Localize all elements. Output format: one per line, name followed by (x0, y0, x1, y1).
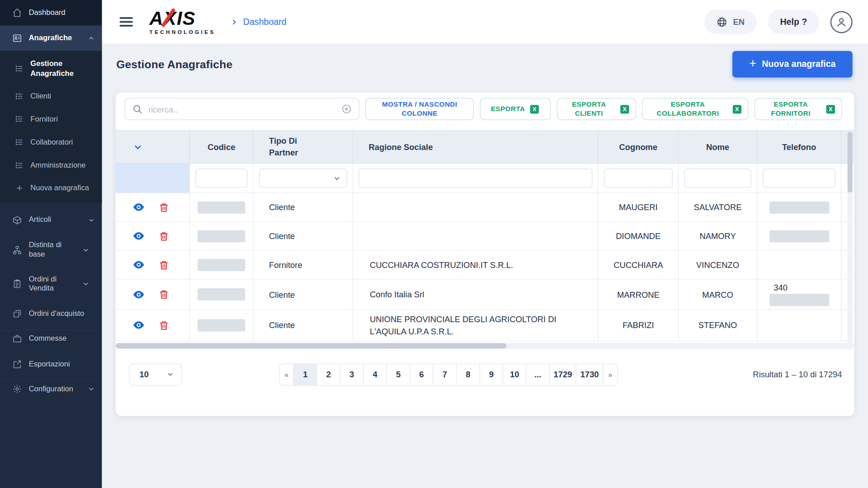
pager-page-button[interactable]: 1729 (549, 363, 576, 385)
sidebar-item-ordini-di-vendita[interactable]: Ordini di Vendita (0, 267, 102, 301)
filter-telefono-input[interactable] (763, 169, 835, 188)
sidebar-item-configuration[interactable]: Configuration (0, 380, 102, 402)
language-selector[interactable]: EN (704, 9, 757, 34)
sidebar-item-dashboard[interactable]: Dashboard (0, 0, 102, 25)
view-row-button[interactable] (132, 201, 145, 213)
excel-icon: X (619, 104, 630, 114)
sidebar-item-ordini-dacquisto[interactable]: Ordini d'acquisto (0, 301, 102, 327)
column-header-cognome[interactable]: Cognome (599, 131, 679, 164)
delete-row-button[interactable] (158, 259, 169, 270)
search-input[interactable] (148, 104, 335, 114)
chevron-up-icon (87, 34, 95, 42)
pager-page-button[interactable]: 10 (503, 363, 527, 385)
pager-next-button[interactable]: » (603, 363, 618, 385)
toggle-columns-button[interactable]: MOSTRA / NASCONDI COLONNE (365, 98, 474, 120)
redacted-telefono (769, 294, 829, 306)
filter-codice-input[interactable] (195, 169, 247, 188)
chevron-down-icon[interactable] (132, 141, 143, 152)
sidebar-item-gestione-anagrafiche[interactable]: Gestione Anagrafiche (0, 52, 102, 84)
filter-cognome-input[interactable] (604, 169, 673, 188)
column-header-telefono[interactable]: Telefono (757, 131, 841, 164)
new-anagrafica-button[interactable]: + Nuova anagrafica (732, 51, 853, 78)
export-collaboratori-button[interactable]: ESPORTA COLLABORATORI X (642, 98, 748, 120)
filter-ragione-input[interactable] (359, 169, 592, 188)
pager-prev-button[interactable]: « (279, 363, 294, 385)
sidebar-item-collaboratori[interactable]: Collaboratori (0, 131, 102, 154)
filter-cell-actions (116, 164, 190, 193)
user-avatar[interactable] (830, 11, 853, 33)
delete-row-button[interactable] (158, 202, 169, 212)
delete-row-button[interactable] (158, 289, 169, 300)
pager-page-button[interactable]: 4 (363, 363, 387, 385)
cell-nome: SALVATORE (679, 193, 757, 222)
pager-page-button[interactable]: 5 (387, 363, 410, 385)
table-toolbar: MOSTRA / NASCONDI COLONNE ESPORTA X ESPO… (116, 92, 854, 125)
sidebar-item-fornitori[interactable]: Fornitori (0, 108, 102, 131)
vertical-scrollbar-thumb[interactable] (848, 131, 853, 192)
cell-tipo-di-partner: Cliente (254, 310, 353, 341)
sidebar-item-esportazioni[interactable]: Esportazioni (0, 352, 102, 377)
excel-icon: X (529, 104, 540, 114)
view-row-button[interactable] (132, 230, 145, 242)
logo-subtext: TECHNOLOGIES (150, 29, 216, 35)
sidebar-item-anagrafiche[interactable]: Anagrafiche (0, 25, 102, 51)
search-icon (132, 103, 142, 114)
cell-ragione-sociale: CUCCHIARA COSTRUZIONI.IT S.R.L. (353, 251, 598, 280)
column-header-actions[interactable] (116, 131, 190, 164)
export-fornitori-button[interactable]: ESPORTA FORNITORI X (755, 98, 842, 120)
breadcrumb-label: Dashboard (243, 17, 287, 27)
cell-cognome: CUCCHIARA (599, 251, 679, 280)
cell-tipo-di-partner: Cliente (254, 222, 353, 251)
delete-row-button[interactable] (158, 230, 169, 241)
pager-page-button[interactable]: 1730 (576, 363, 603, 385)
column-header-nome[interactable]: Nome (679, 131, 757, 164)
list-icon (15, 138, 24, 147)
pager-page-button[interactable]: 7 (433, 363, 457, 385)
pager-page-button[interactable]: 2 (316, 363, 340, 385)
cell-nome: VINCENZO (679, 251, 757, 280)
export-button[interactable]: ESPORTA X (480, 98, 551, 120)
sidebar-item-label: Esportazioni (29, 360, 95, 369)
pager-page-button[interactable]: 8 (456, 363, 480, 385)
column-header-tipo-di-partner[interactable]: Tipo Di Partner (254, 131, 353, 164)
pager-page-button[interactable]: 3 (340, 363, 364, 385)
app-logo[interactable]: AXIS TECHNOLOGIES (150, 9, 216, 35)
filter-nome-input[interactable] (684, 169, 751, 188)
help-button[interactable]: Help ? (768, 9, 820, 34)
column-header-codice[interactable]: Codice (190, 131, 254, 164)
sidebar-item-distinta-di-base[interactable]: Distinta di base (0, 233, 102, 267)
sidebar-item-amministrazione[interactable]: Amministrazione (0, 154, 102, 177)
help-label: Help ? (780, 17, 807, 27)
view-row-button[interactable] (132, 319, 145, 332)
clear-search-icon[interactable] (341, 103, 352, 114)
view-row-button[interactable] (132, 288, 145, 300)
home-icon (12, 8, 22, 18)
topbar: AXIS TECHNOLOGIES Dashboard EN Help ? (102, 0, 868, 44)
redacted-telefono (769, 230, 829, 242)
pager-page-button[interactable]: 1 (293, 363, 317, 385)
horizontal-scrollbar-thumb[interactable] (116, 343, 506, 348)
excel-icon: X (732, 104, 742, 114)
sidebar-item-articoli[interactable]: Articoli (0, 207, 102, 233)
column-header-ragione-sociale[interactable]: Ragione Sociale (353, 131, 598, 164)
delete-row-button[interactable] (158, 319, 169, 330)
view-row-button[interactable] (132, 258, 145, 271)
chevron-down-icon (166, 370, 174, 378)
pager-ellipsis[interactable]: ... (526, 363, 550, 385)
sidebar-item-label: Articoli (29, 216, 81, 225)
svg-text:X: X (533, 106, 537, 113)
chevron-down-icon (87, 385, 95, 393)
page-size-select[interactable]: 10 (129, 363, 182, 385)
cell-telefono (757, 251, 841, 280)
export-clienti-button[interactable]: ESPORTA CLIENTI X (557, 98, 636, 120)
chevron-down-icon (82, 246, 90, 254)
sidebar-item-nuova-anagrafica[interactable]: Nuova anagrafica (0, 177, 102, 200)
main-card: MOSTRA / NASCONDI COLONNE ESPORTA X ESPO… (116, 92, 854, 416)
hamburger-menu-icon[interactable] (119, 17, 132, 27)
pager-page-button[interactable]: 6 (410, 363, 434, 385)
sidebar-item-clienti[interactable]: Clienti (0, 84, 102, 108)
filter-tipo-select[interactable] (259, 169, 347, 188)
breadcrumb[interactable]: Dashboard (230, 17, 286, 27)
pager-page-button[interactable]: 9 (479, 363, 503, 385)
sidebar-item-commesse[interactable]: Commesse (0, 330, 102, 352)
